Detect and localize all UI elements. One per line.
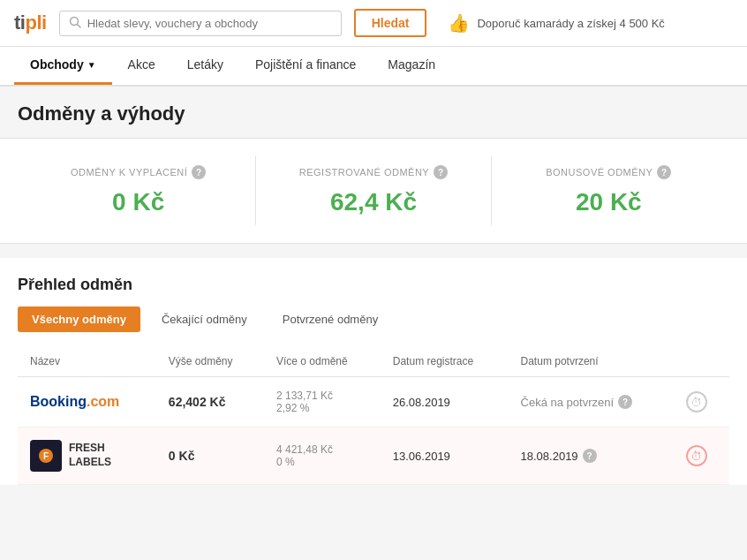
referral-text: Doporuč kamarády a získej 4 500 Kč <box>477 17 664 30</box>
booking-status: Čeká na potvrzení ? <box>521 395 661 409</box>
search-bar <box>59 11 342 36</box>
help-icon-booking-status[interactable]: ? <box>618 395 632 409</box>
col-header-vice: Více o odměně <box>264 346 381 377</box>
nav-label-obchody: Obchody <box>30 57 84 72</box>
filter-tab-pending[interactable]: Čekající odměny <box>147 306 261 332</box>
stats-section: ODMĚNY K VYPLACENÍ ? 0 Kč REGISTROVANÉ O… <box>0 138 747 244</box>
rewards-section: Přehled odměn Všechny odměny Čekající od… <box>0 258 747 485</box>
freshlabels-brand: F FRESH LABELS <box>30 440 144 472</box>
search-button[interactable]: Hledat <box>354 9 427 37</box>
date-reg-cell-booking: 26.08.2019 <box>381 377 509 428</box>
stat-label-odmeny-k-vyplaceni: ODMĚNY K VYPLACENÍ ? <box>39 165 238 179</box>
booking-more-amount: 2 133,71 Kč <box>276 390 368 402</box>
table-header-row: Název Výše odměny Více o odměně Datum re… <box>18 346 729 377</box>
freshlabels-icon: F <box>30 440 62 472</box>
col-header-vyse: Výše odměny <box>156 346 264 377</box>
freshlabels-more-amount: 4 421,48 Kč <box>276 443 368 456</box>
brand-cell-freshlabels: F FRESH LABELS <box>18 428 156 485</box>
main-nav: Obchody ▼ Akce Letáky Pojištění a financ… <box>0 47 747 87</box>
table-row: F FRESH LABELS 0 Kč 4 421 <box>18 428 729 485</box>
help-icon-odmeny[interactable]: ? <box>192 165 206 179</box>
clock-icon-booking: ⏱ <box>686 391 707 412</box>
stat-label-bonusove: BONUSOVÉ ODMĚNY ? <box>509 165 708 179</box>
nav-item-magazin[interactable]: Magazín <box>372 47 451 85</box>
logo-text: ti <box>14 11 25 34</box>
help-icon-registrovane[interactable]: ? <box>434 165 448 179</box>
nav-label-letaky: Letáky <box>187 57 223 72</box>
booking-logo-dot: .com <box>87 394 119 409</box>
date-reg-cell-freshlabels: 13.06.2019 <box>381 428 509 485</box>
freshlabels-date-conf: 18.08.2019 <box>521 450 578 463</box>
filter-tab-all[interactable]: Všechny odměny <box>18 306 140 332</box>
brand-cell-booking: Booking.com <box>18 377 156 428</box>
filter-tabs: Všechny odměny Čekající odměny Potvrzené… <box>18 306 729 332</box>
action-cell-freshlabels: ⏱ <box>674 428 729 485</box>
freshlabels-line1: FRESH <box>69 442 111 456</box>
table-row: Booking.com 62,402 Kč 2 133,71 Kč 2,92 %… <box>18 377 729 428</box>
help-icon-bonusove[interactable]: ? <box>657 165 671 179</box>
nav-item-akce[interactable]: Akce <box>112 47 171 85</box>
col-header-datum-potvrzeni: Datum potvrzení <box>509 346 674 377</box>
freshlabels-date-conf-wrap: 18.08.2019 ? <box>521 449 661 463</box>
more-cell-booking: 2 133,71 Kč 2,92 % <box>264 377 381 428</box>
page-title-area: Odměny a výhody <box>0 87 747 138</box>
freshlabels-text: FRESH LABELS <box>69 442 111 469</box>
action-cell-booking: ⏱ <box>674 377 729 428</box>
logo-accent: pli <box>25 11 46 34</box>
logo[interactable]: tipli <box>14 11 47 34</box>
stat-label-registrovane: REGISTROVANÉ ODMĚNY ? <box>274 165 472 179</box>
rewards-section-title: Přehled odměn <box>18 276 729 294</box>
filter-tab-confirmed[interactable]: Potvrzené odměny <box>268 306 392 332</box>
nav-item-pojisteni[interactable]: Pojištění a finance <box>239 47 372 85</box>
booking-amount: 62,402 Kč <box>169 395 226 409</box>
booking-status-text: Čeká na potvrzení <box>521 396 615 409</box>
svg-line-1 <box>77 24 80 27</box>
col-header-action <box>674 346 729 377</box>
help-icon-freshlabels-status[interactable]: ? <box>583 449 597 463</box>
search-icon <box>69 16 81 31</box>
stat-card-registrovane: REGISTROVANÉ ODMĚNY ? 62,4 Kč <box>256 156 491 225</box>
chevron-down-icon: ▼ <box>87 60 96 70</box>
stat-value-odmeny-k-vyplaceni: 0 Kč <box>39 188 238 216</box>
clock-icon-freshlabels: ⏱ <box>686 445 707 466</box>
booking-more-pct: 2,92 % <box>276 402 368 414</box>
booking-logo[interactable]: Booking.com <box>30 394 119 409</box>
thumbs-up-icon: 👍 <box>448 12 470 34</box>
nav-label-pojisteni: Pojištění a finance <box>255 57 356 72</box>
search-input[interactable] <box>87 17 332 30</box>
booking-logo-text: Booking <box>30 394 87 409</box>
freshlabels-amount: 0 Kč <box>169 449 195 463</box>
page-title: Odměny a výhody <box>18 102 729 125</box>
freshlabels-line2: LABELS <box>69 456 111 470</box>
freshlabels-more-pct: 0 % <box>276 456 368 468</box>
nav-item-letaky[interactable]: Letáky <box>171 47 239 85</box>
amount-cell-booking: 62,402 Kč <box>156 377 264 428</box>
rewards-table: Název Výše odměny Více o odměně Datum re… <box>18 346 729 485</box>
nav-item-obchody[interactable]: Obchody ▼ <box>14 47 112 85</box>
col-header-nazev: Název <box>18 346 156 377</box>
svg-text:F: F <box>43 451 49 461</box>
stat-card-odmeny-k-vyplaceni: ODMĚNY K VYPLACENÍ ? 0 Kč <box>21 156 256 225</box>
date-conf-cell-booking: Čeká na potvrzení ? <box>509 377 674 428</box>
referral-area: 👍 Doporuč kamarády a získej 4 500 Kč <box>448 12 664 34</box>
header: tipli Hledat 👍 Doporuč kamarády a získej… <box>0 0 747 47</box>
stat-value-bonusove: 20 Kč <box>509 188 708 216</box>
more-cell-freshlabels: 4 421,48 Kč 0 % <box>264 428 381 485</box>
nav-label-akce: Akce <box>128 57 155 72</box>
nav-label-magazin: Magazín <box>388 57 435 72</box>
col-header-datum-reg: Datum registrace <box>381 346 509 377</box>
stat-value-registrovane: 62,4 Kč <box>274 188 472 216</box>
amount-cell-freshlabels: 0 Kč <box>156 428 264 485</box>
date-conf-cell-freshlabels: 18.08.2019 ? <box>509 428 674 485</box>
stat-card-bonusove: BONUSOVÉ ODMĚNY ? 20 Kč <box>492 156 726 225</box>
